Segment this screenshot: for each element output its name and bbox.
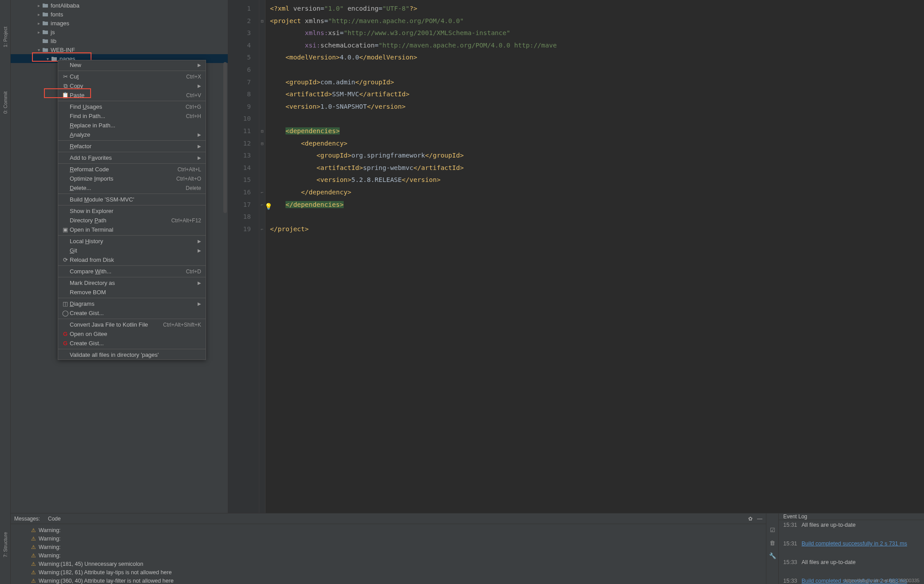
- diagram-icon: ◫: [61, 300, 70, 307]
- context-menu: New▶✂CutCtrl+X⧉Copy▶📋PasteCtrl+VFind Usa…: [58, 60, 206, 360]
- tree-label: fonts: [51, 11, 63, 18]
- wrench-icon[interactable]: 🔧: [769, 552, 776, 559]
- ctx-label: Copy: [70, 83, 195, 89]
- terminal-icon: ▣: [61, 226, 70, 233]
- eventlog-panel: ☑ 🗑 🔧 Event Log 15:31All files are up-to…: [766, 513, 924, 584]
- ctx-delete-[interactable]: Delete...Delete: [58, 183, 206, 193]
- ctx-diagrams[interactable]: ◫Diagrams▶: [58, 299, 206, 308]
- messages-panel: Messages: Code ✿ — ⚠Warning:⚠Warning:⚠Wa…: [11, 513, 766, 584]
- ctx-show-in-explorer[interactable]: Show in Explorer: [58, 206, 206, 216]
- chevron-icon[interactable]: ▾: [36, 47, 42, 52]
- ctx-shortcut: Ctrl+H: [186, 113, 201, 119]
- check-icon[interactable]: ☑: [770, 527, 775, 533]
- watermark: https://blog.csdn.net/qq_25200335: [845, 578, 920, 583]
- tree-item-js[interactable]: ▸js: [11, 28, 228, 36]
- ctx-cut[interactable]: ✂CutCtrl+X: [58, 72, 206, 81]
- ctx-label: Replace in Path...: [70, 122, 201, 129]
- tree-item-lib[interactable]: lib: [11, 36, 228, 45]
- ctx-label: Convert Java File to Kotlin File: [70, 321, 163, 328]
- ctx-label: Git: [70, 247, 195, 254]
- tree-item-fontAlibaba[interactable]: ▸fontAlibaba: [11, 1, 228, 10]
- warning-row[interactable]: ⚠Warning:: [11, 534, 766, 543]
- warning-row[interactable]: ⚠Warning:(182, 61) Attribute lay-tips is…: [11, 568, 766, 576]
- eventlog-time: 15:33: [783, 578, 797, 584]
- ctx-add-to-favorites[interactable]: Add to Favorites▶: [58, 153, 206, 162]
- folder-icon: [42, 11, 49, 17]
- messages-tab[interactable]: Code: [48, 516, 61, 522]
- ctx-git[interactable]: Git▶: [58, 246, 206, 255]
- eventlog-link[interactable]: Build completed successfully in 2 s 731 …: [801, 541, 907, 547]
- reload-icon: ⟳: [61, 256, 70, 263]
- ctx-shortcut: Ctrl+G: [186, 104, 201, 110]
- warning-row[interactable]: ⚠Warning:(181, 45) Unnecessary semicolon: [11, 560, 766, 568]
- warning-row[interactable]: ⚠Warning:(360, 40) Attribute lay-filter …: [11, 576, 766, 584]
- ctx-label: Mark Directory as: [70, 280, 195, 286]
- code-area[interactable]: <?xml version="1.0" encoding="UTF-8"?><p…: [266, 0, 924, 573]
- warning-row[interactable]: ⚠Warning:: [11, 543, 766, 551]
- chevron-icon[interactable]: ▸: [36, 3, 42, 8]
- chevron-icon[interactable]: ▸: [36, 12, 42, 17]
- ctx-find-in-path-[interactable]: Find in Path...Ctrl+H: [58, 111, 206, 121]
- folder-icon: [51, 55, 58, 62]
- ctx-label: Paste: [70, 92, 186, 99]
- tree-label: WEB-INF: [51, 47, 75, 53]
- ctx-replace-in-path-[interactable]: Replace in Path...: [58, 121, 206, 130]
- ctx-build-module-ssm-mvc-[interactable]: Build Module 'SSM-MVC': [58, 195, 206, 204]
- line-gutter: 12345678910111213141516171819: [228, 0, 259, 573]
- tree-scrollbar[interactable]: [223, 62, 227, 213]
- ctx-label: Analyze: [70, 131, 195, 138]
- folder-icon: [42, 38, 49, 44]
- ctx-label: Show in Explorer: [70, 208, 201, 214]
- tree-label: lib: [51, 38, 56, 44]
- ctx-create-gist-[interactable]: ◯Create Gist...: [58, 308, 206, 318]
- ctx-label: Reload from Disk: [70, 256, 201, 263]
- ctx-open-on-gitee[interactable]: GOpen on Gitee: [58, 329, 206, 339]
- ctx-optimize-imports[interactable]: Optimize ImportsCtrl+Alt+O: [58, 174, 206, 183]
- chevron-right-icon: ▶: [198, 280, 201, 285]
- ctx-compare-with-[interactable]: Compare With...Ctrl+D: [58, 267, 206, 276]
- ctx-refactor[interactable]: Refactor▶: [58, 142, 206, 151]
- minimize-icon[interactable]: —: [757, 516, 762, 522]
- ctx-directory-path[interactable]: Directory PathCtrl+Alt+F12: [58, 216, 206, 225]
- chevron-icon[interactable]: ▸: [36, 30, 42, 35]
- tree-item-WEB-INF[interactable]: ▾WEB-INF: [11, 45, 228, 54]
- ctx-find-usages[interactable]: Find UsagesCtrl+G: [58, 102, 206, 111]
- ctx-reformat-code[interactable]: Reformat CodeCtrl+Alt+L: [58, 165, 206, 174]
- ctx-mark-directory-as[interactable]: Mark Directory as▶: [58, 278, 206, 288]
- warning-row[interactable]: ⚠Warning:: [11, 526, 766, 534]
- ctx-copy[interactable]: ⧉Copy▶: [58, 81, 206, 91]
- rail-commit[interactable]: 0: Commit: [3, 91, 8, 114]
- rail-structure[interactable]: 7: Structure: [3, 532, 8, 557]
- ctx-label: Open in Terminal: [70, 226, 201, 233]
- ctx-create-gist-[interactable]: GCreate Gist...: [58, 339, 206, 348]
- trash-icon[interactable]: 🗑: [769, 540, 775, 546]
- ctx-reload-from-disk[interactable]: ⟳Reload from Disk: [58, 255, 206, 264]
- eventlog-time: 15:31: [783, 541, 797, 547]
- lightbulb-icon[interactable]: 💡: [265, 201, 272, 213]
- ctx-shortcut: Ctrl+X: [186, 74, 201, 80]
- tree-label: images: [51, 20, 69, 27]
- chevron-icon[interactable]: ▾: [44, 56, 51, 61]
- ctx-label: Build Module 'SSM-MVC': [70, 196, 201, 203]
- tree-item-fonts[interactable]: ▸fonts: [11, 10, 228, 19]
- ctx-convert-java-file-to-kotlin-file[interactable]: Convert Java File to Kotlin FileCtrl+Alt…: [58, 320, 206, 329]
- ctx-new[interactable]: New▶: [58, 60, 206, 70]
- warning-row[interactable]: ⚠Warning:: [11, 551, 766, 560]
- ctx-label: Refactor: [70, 143, 195, 150]
- chevron-right-icon: ▶: [198, 239, 201, 244]
- ctx-label: Remove BOM: [70, 289, 201, 296]
- chevron-icon[interactable]: ▸: [36, 21, 42, 26]
- gitee-icon: G: [61, 340, 70, 347]
- ctx-analyze[interactable]: Analyze▶: [58, 130, 206, 139]
- ctx-paste[interactable]: 📋PasteCtrl+V: [58, 91, 206, 100]
- rail-project[interactable]: 1: Project: [3, 27, 8, 47]
- warning-icon: ⚠: [31, 552, 36, 559]
- ctx-shortcut: Ctrl+Alt+O: [176, 176, 201, 182]
- gear-icon[interactable]: ✿: [748, 516, 753, 522]
- ctx-remove-bom[interactable]: Remove BOM: [58, 288, 206, 297]
- tree-item-images[interactable]: ▸images: [11, 19, 228, 28]
- ctx-validate-all-files-in-directory-pages-[interactable]: Validate all files in directory 'pages': [58, 350, 206, 359]
- ctx-local-history[interactable]: Local History▶: [58, 237, 206, 246]
- warning-text: Warning:(360, 40) Attribute lay-filter i…: [39, 578, 174, 584]
- ctx-open-in-terminal[interactable]: ▣Open in Terminal: [58, 225, 206, 234]
